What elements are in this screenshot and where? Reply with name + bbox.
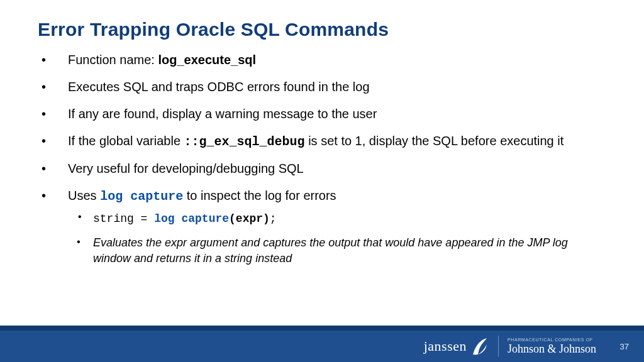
jnj-wordmark: Johnson & Johnson [508, 343, 596, 355]
code-text: (expr) [229, 212, 270, 225]
slide-footer: janssen PHARMACEUTICAL COMPANIES OF John… [0, 326, 644, 362]
text-run: Function name: [68, 53, 158, 67]
slide: Error Trapping Oracle SQL Commands Funct… [0, 0, 644, 362]
slide-content: Function name: log_execute_sql Executes … [0, 40, 644, 266]
sub-bullet-item: Evaluates the expr argument and captures… [68, 235, 606, 266]
text-run: Uses [68, 189, 100, 202]
page-number: 37 [616, 342, 629, 351]
janssen-swoosh-icon [470, 336, 489, 357]
text-run: to inspect the log for errors [183, 189, 336, 202]
footer-accent-bar [0, 326, 644, 331]
code-text: log capture [154, 212, 229, 225]
code-text: ::g_ex_sql_debug [184, 134, 305, 149]
footer-main-bar: janssen PHARMACEUTICAL COMPANIES OF John… [0, 331, 644, 362]
text-run: If the global variable [68, 134, 184, 148]
text-run: is set to 1, display the SQL before exec… [305, 134, 564, 148]
bullet-item: If any are found, display a warning mess… [38, 106, 606, 123]
sub-bullet-list: string = log capture(expr); Evaluates th… [68, 211, 606, 266]
code-text: log_execute_sql [158, 53, 256, 67]
janssen-logo: janssen [424, 336, 489, 357]
bullet-item: Function name: log_execute_sql [38, 52, 606, 69]
code-text: log capture [100, 189, 183, 204]
bullet-item: Uses log capture to inspect the log for … [38, 187, 606, 266]
bullet-item: Very useful for developing/debugging SQL [38, 160, 606, 177]
jnj-tagline: PHARMACEUTICAL COMPANIES OF [508, 337, 593, 342]
brand-divider [498, 336, 499, 357]
slide-title: Error Trapping Oracle SQL Commands [0, 0, 644, 40]
brand-group: janssen PHARMACEUTICAL COMPANIES OF John… [424, 336, 629, 357]
bullet-item: If the global variable ::g_ex_sql_debug … [38, 133, 606, 150]
code-text: ; [270, 212, 277, 225]
janssen-wordmark: janssen [424, 338, 467, 354]
code-text: string = [93, 212, 154, 225]
sub-bullet-item: string = log capture(expr); [68, 211, 606, 226]
bullet-list: Function name: log_execute_sql Executes … [38, 52, 606, 266]
jnj-logo: PHARMACEUTICAL COMPANIES OF Johnson & Jo… [508, 337, 596, 354]
bullet-item: Executes SQL and traps ODBC errors found… [38, 79, 606, 96]
